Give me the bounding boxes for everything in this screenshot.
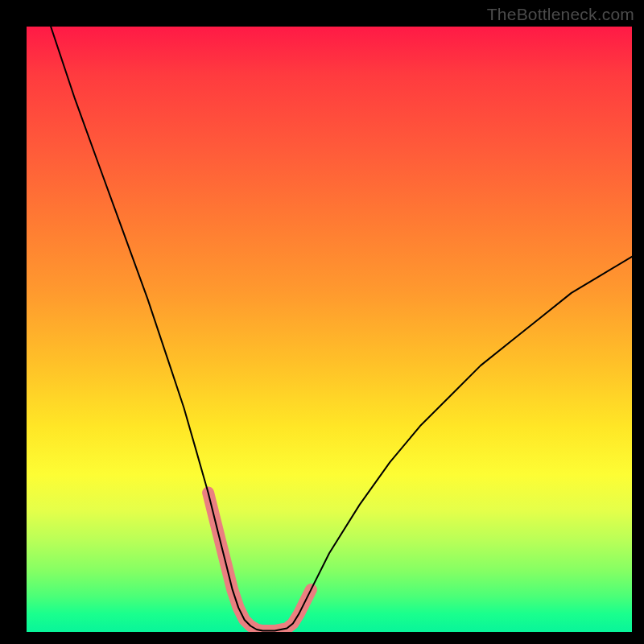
pink-highlight-path	[208, 493, 312, 631]
pink-highlight-stroke	[208, 493, 312, 631]
plot-area	[27, 27, 632, 632]
black-curve-stroke	[51, 27, 632, 631]
chart-svg	[27, 27, 632, 632]
watermark-text: TheBottleneck.com	[487, 5, 634, 24]
black-curve-path	[51, 27, 632, 631]
chart-frame: TheBottleneck.com	[0, 0, 644, 644]
